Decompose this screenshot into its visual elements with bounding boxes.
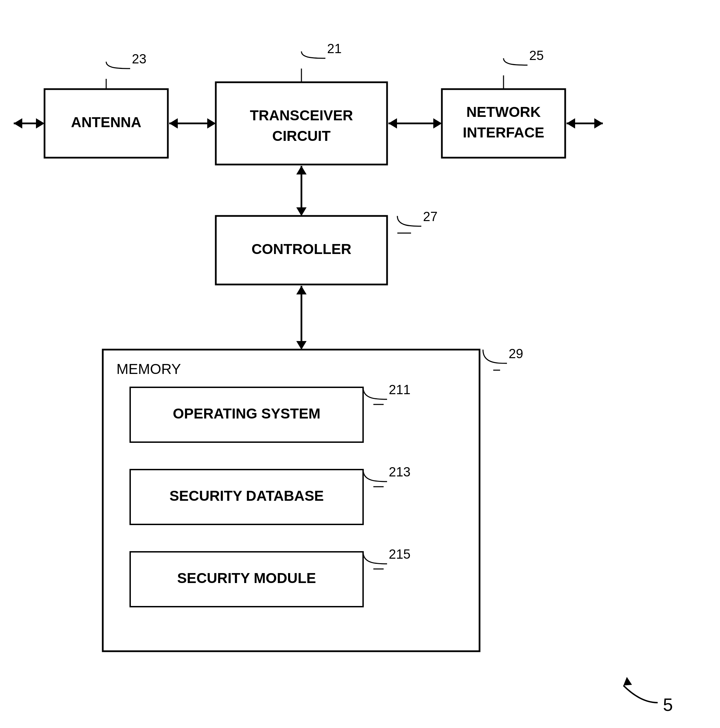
figure-num-arrowhead	[623, 677, 632, 685]
network-interface-label-line2: INTERFACE	[463, 124, 544, 141]
network-interface-box	[442, 89, 565, 158]
network-interface-label-line1: NETWORK	[467, 104, 541, 120]
network-leader-curve	[503, 58, 528, 65]
transceiver-label-line2: CIRCUIT	[272, 128, 331, 144]
security-mod-label: SECURITY MODULE	[177, 570, 316, 586]
transceiver-controller-top-arrowhead	[296, 166, 307, 174]
transceiver-label-line1: TRANSCEIVER	[250, 107, 353, 123]
antenna-ref: 23	[132, 52, 146, 66]
antenna-transceiver-left-arrowhead	[169, 118, 178, 128]
network-right-left-arrowhead	[566, 118, 575, 128]
security-db-label: SECURITY DATABASE	[169, 488, 324, 504]
network-ref: 25	[529, 48, 544, 63]
transceiver-network-right-arrowhead	[433, 118, 442, 128]
antenna-transceiver-right-arrowhead	[207, 118, 216, 128]
antenna-right-inner-arrowhead	[36, 118, 44, 128]
antenna-leader-curve	[106, 62, 130, 69]
security-db-ref: 213	[389, 465, 410, 479]
antenna-label: ANTENNA	[71, 114, 141, 130]
transceiver-controller-bottom-arrowhead	[296, 207, 307, 216]
diagram-container: ANTENNA TRANSCEIVER CIRCUIT NETWORK INTE…	[0, 0, 720, 728]
controller-memory-bottom-arrowhead	[296, 341, 307, 350]
controller-ref: 27	[423, 210, 438, 224]
memory-ref: 29	[509, 347, 523, 361]
figure-number: 5	[663, 695, 673, 715]
transceiver-leader-curve	[301, 51, 325, 58]
transceiver-network-left-arrowhead	[388, 118, 397, 128]
controller-leader-curve	[397, 216, 421, 226]
transceiver-ref: 21	[327, 41, 342, 56]
antenna-left-arrowhead	[14, 118, 22, 128]
memory-leader-curve	[483, 350, 507, 363]
controller-memory-top-arrowhead	[296, 286, 307, 294]
network-right-right-arrowhead	[594, 118, 603, 128]
os-ref: 211	[389, 382, 410, 397]
memory-label: MEMORY	[116, 361, 181, 377]
figure-num-leader	[623, 685, 657, 703]
security-mod-ref: 215	[389, 547, 410, 561]
controller-label: CONTROLLER	[252, 241, 351, 257]
os-label: OPERATING SYSTEM	[173, 405, 320, 422]
